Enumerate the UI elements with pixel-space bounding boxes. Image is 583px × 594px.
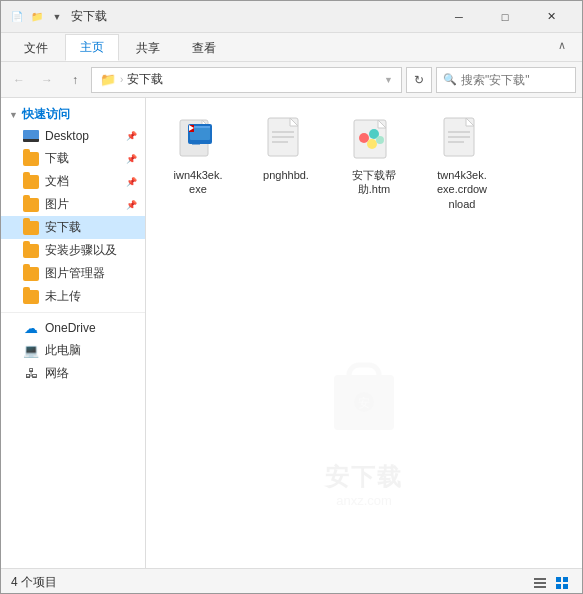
sidebar-item-anzaixia[interactable]: 安下载 <box>1 216 145 239</box>
svg-rect-31 <box>534 586 546 588</box>
file-name-png1: pnghhbd. <box>263 168 309 182</box>
address-dropdown-arrow[interactable]: ▼ <box>384 75 393 85</box>
main-layout: ▼ 快速访问 Desktop 📌 下载 📌 文档 📌 <box>1 98 582 568</box>
breadcrumb-label: 安下载 <box>127 71 163 88</box>
address-bar-area: ← → ↑ 📁 › 安下载 ▼ ↻ 🔍 <box>1 62 582 98</box>
sidebar-item-imgmgr[interactable]: 图片管理器 <box>1 262 145 285</box>
view-grid-button[interactable] <box>552 573 572 593</box>
search-box[interactable]: 🔍 <box>436 67 576 93</box>
folder-icon-sidebar <box>23 151 39 167</box>
quick-access-arrow: ▼ <box>9 110 18 120</box>
sidebar-item-label: 图片 <box>45 196 69 213</box>
svg-point-23 <box>376 136 384 144</box>
file-item-png1[interactable]: pnghhbd. <box>246 110 326 217</box>
svg-rect-33 <box>563 577 568 582</box>
ribbon: 文件 主页 共享 查看 ∧ <box>1 33 582 62</box>
sidebar-item-notuploaded[interactable]: 未上传 <box>1 285 145 308</box>
file-item-htm1[interactable]: 安下载帮助.htm <box>334 110 414 217</box>
svg-rect-32 <box>556 577 561 582</box>
breadcrumb-separator: › <box>120 74 123 85</box>
search-icon: 🔍 <box>443 73 457 86</box>
sidebar-item-label: 网络 <box>45 365 69 382</box>
svg-rect-1 <box>349 365 379 385</box>
folder-icon-sidebar <box>23 266 39 282</box>
ribbon-tabs: 文件 主页 共享 查看 ∧ <box>1 33 582 61</box>
file-item-exe1[interactable]: iwn4k3ek.exe <box>158 110 238 217</box>
up-button[interactable]: ↑ <box>63 68 87 92</box>
svg-rect-30 <box>534 582 546 584</box>
breadcrumb: 📁 › 安下载 <box>100 71 163 88</box>
sidebar-item-documents[interactable]: 文档 📌 <box>1 170 145 193</box>
file-icon-htm1 <box>350 116 398 164</box>
divider <box>1 312 145 313</box>
window-controls: ─ □ ✕ <box>436 1 574 33</box>
watermark-subtext: anxz.com <box>314 493 414 508</box>
svg-rect-29 <box>534 578 546 580</box>
quick-access-header[interactable]: ▼ 快速访问 <box>1 104 145 125</box>
file-item-crd1[interactable]: twn4k3ek.exe.crdownload <box>422 110 502 217</box>
arrow-icon: ▼ <box>49 9 65 25</box>
search-input[interactable] <box>461 73 569 87</box>
file-name-htm1: 安下载帮助.htm <box>352 168 396 197</box>
sidebar-item-label: 下载 <box>45 150 69 167</box>
file-grid: iwn4k3ek.exe pnghhbd. <box>158 110 570 217</box>
sidebar-item-label: 图片管理器 <box>45 265 105 282</box>
sidebar-item-desktop[interactable]: Desktop 📌 <box>1 125 145 147</box>
status-bar: 4 个项目 <box>1 568 582 594</box>
sidebar-item-computer[interactable]: 💻 此电脑 <box>1 339 145 362</box>
tab-share[interactable]: 共享 <box>121 35 175 61</box>
file-name-crd1: twn4k3ek.exe.crdownload <box>437 168 487 211</box>
maximize-button[interactable]: □ <box>482 1 528 33</box>
svg-rect-9 <box>194 140 198 143</box>
status-view-icons <box>530 573 572 593</box>
onedrive-icon: ☁ <box>23 320 39 336</box>
sidebar-item-install[interactable]: 安装步骤以及 <box>1 239 145 262</box>
window-title: 安下载 <box>71 8 107 25</box>
watermark-text: 安下载 <box>314 461 414 493</box>
sidebar-item-label: OneDrive <box>45 321 96 335</box>
pin-icon: 📌 <box>126 177 137 187</box>
sidebar-item-label: 安装步骤以及 <box>45 242 117 259</box>
folder-icon-sidebar <box>23 174 39 190</box>
content-area: 安 安下载 anxz.com <box>146 98 582 568</box>
sidebar-item-pictures[interactable]: 图片 📌 <box>1 193 145 216</box>
minimize-button[interactable]: ─ <box>436 1 482 33</box>
ribbon-collapse-button[interactable]: ∧ <box>550 33 574 57</box>
svg-rect-0 <box>334 375 394 430</box>
tab-home[interactable]: 主页 <box>65 34 119 61</box>
sidebar-item-label: 未上传 <box>45 288 81 305</box>
folder-icon-sidebar <box>23 197 39 213</box>
computer-icon: 💻 <box>23 343 39 359</box>
file-name-exe1: iwn4k3ek.exe <box>174 168 223 197</box>
status-count: 4 个项目 <box>11 574 57 591</box>
title-bar-left: 📄 📁 ▼ 安下载 <box>9 8 107 25</box>
svg-rect-34 <box>556 584 561 589</box>
view-list-button[interactable] <box>530 573 550 593</box>
file-icon: 📄 <box>9 9 25 25</box>
title-bar: 📄 📁 ▼ 安下载 ─ □ ✕ <box>1 1 582 33</box>
sidebar-item-network[interactable]: 🖧 网络 <box>1 362 145 385</box>
address-box[interactable]: 📁 › 安下载 ▼ <box>91 67 402 93</box>
folder-icon-sidebar <box>23 289 39 305</box>
title-bar-icons: 📄 📁 ▼ <box>9 9 65 25</box>
forward-button[interactable]: → <box>35 68 59 92</box>
file-icon-png1 <box>262 116 310 164</box>
tab-file[interactable]: 文件 <box>9 35 63 61</box>
svg-rect-10 <box>192 143 200 145</box>
desktop-icon <box>23 128 39 144</box>
watermark-bag-icon: 安 <box>314 340 414 461</box>
back-button[interactable]: ← <box>7 68 31 92</box>
sidebar-item-onedrive[interactable]: ☁ OneDrive <box>1 317 145 339</box>
close-button[interactable]: ✕ <box>528 1 574 33</box>
tab-view[interactable]: 查看 <box>177 35 231 61</box>
sidebar: ▼ 快速访问 Desktop 📌 下载 📌 文档 📌 <box>1 98 146 568</box>
svg-point-2 <box>354 392 374 412</box>
sidebar-item-downloads[interactable]: 下载 📌 <box>1 147 145 170</box>
sidebar-item-label: 文档 <box>45 173 69 190</box>
folder-icon-addr: 📁 <box>100 72 116 87</box>
svg-point-20 <box>359 133 369 143</box>
sidebar-item-label: 安下载 <box>45 219 81 236</box>
refresh-button[interactable]: ↻ <box>406 67 432 93</box>
pin-icon: 📌 <box>126 154 137 164</box>
file-icon-exe1 <box>174 116 222 164</box>
